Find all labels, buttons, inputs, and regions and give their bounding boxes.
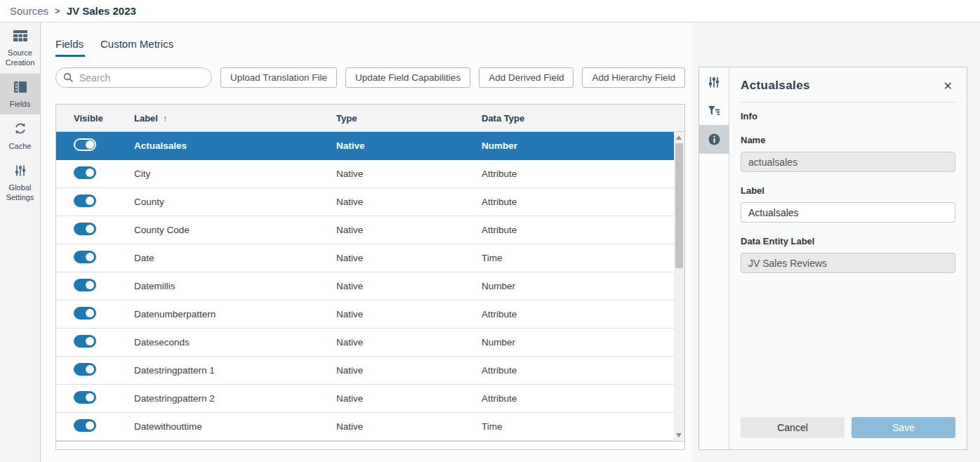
info-icon bbox=[708, 133, 721, 146]
scrollbar-thumb[interactable] bbox=[675, 143, 683, 268]
visible-toggle[interactable] bbox=[74, 391, 96, 404]
field-data-type: Number bbox=[482, 337, 674, 348]
table-row[interactable]: CityNativeAttribute bbox=[56, 160, 674, 188]
tab-fields[interactable]: Fields bbox=[55, 38, 84, 50]
table-icon bbox=[13, 29, 28, 45]
field-form-label: Data Entity Label bbox=[741, 236, 955, 246]
info-tool-button[interactable] bbox=[699, 125, 729, 154]
tab-bar: Fields Custom Metrics bbox=[55, 38, 190, 50]
sync-icon bbox=[13, 121, 27, 138]
upload-translation-file-button[interactable]: Upload Translation File bbox=[220, 67, 337, 88]
field-label: Datemillis bbox=[134, 281, 336, 291]
table-row[interactable]: ActualsalesNativeNumber bbox=[56, 132, 674, 160]
sidebar-item-fields[interactable]: Fields bbox=[0, 74, 40, 115]
visible-toggle[interactable] bbox=[74, 307, 96, 319]
toggle-knob bbox=[86, 281, 94, 289]
field-form-input[interactable] bbox=[741, 202, 955, 223]
sliders-icon bbox=[14, 164, 27, 180]
field-type: Native bbox=[336, 281, 482, 291]
visible-toggle[interactable] bbox=[74, 194, 96, 207]
field-data-type: Attribute bbox=[482, 197, 674, 207]
breadcrumb-sources-link[interactable]: Sources bbox=[10, 5, 48, 17]
sidebar-item-global-settings[interactable]: Global Settings bbox=[0, 157, 40, 209]
add-hierarchy-field-button[interactable]: Add Hierarchy Field bbox=[582, 67, 685, 88]
visible-toggle[interactable] bbox=[74, 138, 96, 151]
sidebar-item-cache[interactable]: Cache bbox=[0, 114, 40, 157]
column-header-visible[interactable]: Visible bbox=[56, 113, 134, 124]
table-row[interactable]: CountyNativeAttribute bbox=[56, 188, 674, 216]
field-data-type: Number bbox=[482, 140, 674, 151]
visible-toggle[interactable] bbox=[74, 419, 96, 432]
field-type: Native bbox=[336, 140, 482, 151]
toggle-knob bbox=[86, 309, 94, 317]
toggle-knob bbox=[86, 253, 94, 261]
filter-tool-button[interactable] bbox=[699, 96, 729, 125]
breadcrumb-separator: > bbox=[55, 6, 60, 16]
field-form-input bbox=[741, 152, 955, 172]
visible-toggle[interactable] bbox=[74, 335, 96, 348]
sliders-icon bbox=[708, 76, 720, 88]
column-header-type[interactable]: Type bbox=[336, 113, 482, 124]
sliders-tool-button[interactable] bbox=[699, 67, 729, 96]
cancel-button[interactable]: Cancel bbox=[741, 417, 845, 438]
field-data-type: Attribute bbox=[482, 169, 674, 179]
field-label: Datestringpattern 2 bbox=[134, 393, 336, 404]
sidebar-item-source-creation[interactable]: Source Creation bbox=[0, 22, 40, 74]
table-row[interactable]: DatesecondsNativeNumber bbox=[56, 329, 674, 357]
field-form-label: Name bbox=[741, 135, 955, 145]
save-button[interactable]: Save bbox=[852, 417, 955, 438]
field-data-type: Time bbox=[482, 421, 674, 432]
toggle-knob bbox=[86, 140, 94, 149]
search-input[interactable] bbox=[55, 67, 212, 88]
field-type: Native bbox=[336, 393, 482, 404]
close-icon[interactable]: ✕ bbox=[941, 79, 955, 93]
sort-ascending-icon: ↑ bbox=[163, 113, 168, 124]
add-derived-field-button[interactable]: Add Derived Field bbox=[479, 67, 574, 88]
visible-toggle[interactable] bbox=[74, 251, 96, 263]
table-row[interactable]: Datestringpattern 2NativeAttribute bbox=[56, 385, 674, 413]
table-row[interactable]: DateNativeTime bbox=[56, 244, 674, 272]
main-content: Fields Custom Metrics Upload Translation… bbox=[41, 22, 691, 462]
update-field-capabilities-button[interactable]: Update Field Capabilities bbox=[345, 67, 470, 88]
field-data-type: Attribute bbox=[482, 365, 674, 376]
field-form-input bbox=[741, 253, 955, 273]
field-type: Native bbox=[336, 421, 482, 432]
search-box bbox=[55, 67, 212, 88]
sidebar-item-label: Fields bbox=[10, 100, 30, 110]
left-sidebar: Source Creation Fields Cache bbox=[0, 22, 41, 462]
field-label: County Code bbox=[134, 225, 336, 235]
panel-title: Actualsales bbox=[741, 79, 810, 93]
horizontal-scrollbar[interactable] bbox=[56, 441, 684, 449]
scroll-down-arrow-icon[interactable] bbox=[676, 433, 682, 437]
toggle-knob bbox=[86, 393, 94, 402]
toggle-knob bbox=[86, 169, 94, 177]
toggle-knob bbox=[86, 337, 94, 345]
table-header-row: Visible Label↑ Type Data Type bbox=[56, 105, 684, 132]
fields-icon bbox=[13, 81, 27, 96]
info-section-label: Info bbox=[741, 111, 955, 121]
field-label: Dateseconds bbox=[134, 337, 336, 348]
column-header-data-type[interactable]: Data Type bbox=[482, 113, 674, 124]
visible-toggle[interactable] bbox=[74, 363, 96, 376]
visible-toggle[interactable] bbox=[74, 223, 96, 235]
table-row[interactable]: County CodeNativeAttribute bbox=[56, 216, 674, 244]
visible-toggle[interactable] bbox=[74, 279, 96, 291]
vertical-scrollbar[interactable] bbox=[674, 132, 684, 441]
panel-fields: NameLabelData Entity Label bbox=[741, 121, 955, 273]
table-row[interactable]: DatenumberpatternNativeAttribute bbox=[56, 301, 674, 329]
field-type: Native bbox=[336, 309, 482, 319]
scroll-up-arrow-icon[interactable] bbox=[676, 136, 682, 140]
toggle-knob bbox=[86, 421, 94, 430]
table-row[interactable]: DatemillisNativeNumber bbox=[56, 272, 674, 301]
search-icon bbox=[63, 72, 74, 83]
tab-custom-metrics[interactable]: Custom Metrics bbox=[100, 38, 173, 50]
fields-table: Visible Label↑ Type Data Type Actualsale… bbox=[55, 104, 685, 450]
table-row[interactable]: DatewithouttimeNativeTime bbox=[56, 413, 674, 441]
field-type: Native bbox=[336, 365, 482, 376]
column-header-label[interactable]: Label↑ bbox=[134, 113, 336, 124]
field-label: Actualsales bbox=[134, 140, 336, 151]
filter-icon bbox=[708, 105, 720, 117]
top-bar: Sources > JV Sales 2023 bbox=[0, 0, 980, 22]
visible-toggle[interactable] bbox=[74, 166, 96, 179]
table-row[interactable]: Datestringpattern 1NativeAttribute bbox=[56, 357, 674, 385]
